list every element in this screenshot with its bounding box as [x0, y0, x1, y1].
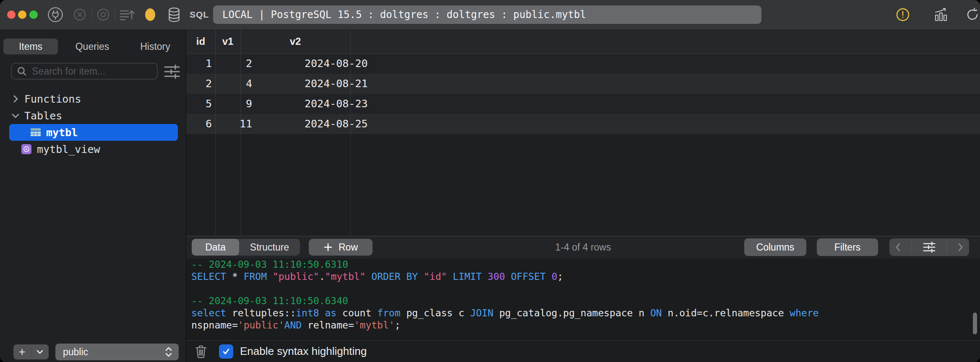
status-dot — [144, 0, 156, 29]
sql-log-line: nspname='public'AND relname='mytbl'; — [186, 319, 980, 331]
tree-label: mytbl_view — [37, 143, 100, 155]
sidebar: Items Queries History Functions — [0, 29, 186, 362]
cell-v2[interactable]: 2024-08-20 — [245, 54, 413, 74]
sql-editor-button[interactable]: SQL — [190, 0, 209, 29]
add-item-chevron-icon[interactable] — [31, 344, 49, 359]
trash-icon[interactable] — [195, 344, 207, 359]
table-panel: id v1 v2 122024-08-20242024-08-21592024-… — [186, 29, 980, 362]
view-eye-icon — [21, 144, 32, 155]
toolbar-separator — [115, 8, 115, 21]
search-filter-icon[interactable] — [163, 64, 181, 80]
minimize-window-button[interactable] — [18, 10, 26, 19]
cell-v2[interactable]: 2024-08-21 — [245, 74, 413, 94]
bottom-bar: Enable syntax highlighting — [186, 340, 980, 362]
sql-log-line: -- 2024-09-03 11:10:50.6340 — [186, 295, 980, 307]
search-icon — [17, 66, 27, 76]
connection-plug-icon[interactable] — [47, 0, 64, 29]
zoom-window-button[interactable] — [29, 10, 38, 19]
chevron-down-icon[interactable] — [12, 111, 19, 120]
page-settings-icon[interactable] — [922, 241, 936, 253]
table-row[interactable]: 242024-08-21 — [186, 74, 980, 94]
sql-log-line — [186, 283, 980, 295]
filters-button[interactable]: Filters — [817, 238, 878, 256]
add-item-split-button[interactable]: + — [13, 344, 49, 359]
sql-log-line: select reltuples::int8 as count from pg_… — [186, 307, 980, 319]
tree-node-tables[interactable]: Tables — [0, 107, 186, 124]
title-bar: SQL LOCAL | PostgreSQL 15.5 : doltgres :… — [0, 0, 980, 30]
tab-queries[interactable]: Queries — [67, 39, 117, 54]
schema-selector[interactable]: public — [55, 344, 179, 360]
refresh-icon[interactable] — [965, 0, 980, 29]
syntax-highlight-checkbox[interactable] — [219, 344, 233, 359]
cell-v2[interactable]: 2024-08-23 — [245, 94, 413, 114]
connection-title-field[interactable]: LOCAL | PostgreSQL 15.5 : doltgres : dol… — [213, 5, 761, 24]
columns-button[interactable]: Columns — [744, 238, 806, 256]
column-divider[interactable] — [350, 29, 351, 236]
page-nav-group — [889, 238, 969, 256]
syntax-highlight-label[interactable]: Enable syntax highlighting — [240, 345, 367, 358]
tree-node-functions[interactable]: Functions — [0, 90, 186, 107]
schema-value: public — [63, 346, 164, 358]
disconnect-icon[interactable] — [72, 0, 87, 29]
prev-page-icon[interactable] — [894, 242, 902, 252]
add-item-plus[interactable]: + — [13, 344, 31, 359]
cell-id[interactable]: 1 — [186, 54, 212, 74]
cell-id[interactable]: 2 — [186, 74, 212, 94]
chevron-right-icon[interactable] — [12, 94, 19, 103]
cell-v2[interactable]: 2024-08-25 — [245, 114, 413, 134]
scrollbar-thumb[interactable] — [973, 313, 977, 334]
tree-label: Tables — [24, 110, 62, 122]
column-divider[interactable] — [215, 29, 216, 236]
warning-icon[interactable] — [895, 0, 910, 29]
sql-log-line: SELECT * FROM "public"."mytbl" ORDER BY … — [186, 271, 980, 283]
next-page-icon[interactable] — [957, 242, 964, 252]
table-row[interactable]: 592024-08-23 — [186, 94, 980, 114]
sql-log: -- 2024-09-03 11:10:50.6310SELECT * FROM… — [186, 259, 980, 340]
tree-item-mytbl[interactable]: mytbl — [9, 124, 178, 141]
toolbar-separator — [91, 8, 92, 21]
tree-label: Functions — [24, 93, 81, 105]
tree-label: mytbl — [46, 127, 78, 139]
column-header-v2[interactable]: v2 — [240, 29, 350, 54]
tab-items[interactable]: Items — [3, 39, 58, 54]
chart-icon[interactable] — [933, 0, 949, 29]
close-window-button[interactable] — [7, 10, 16, 19]
grid-toolbar: Data Structure Row 1-4 of 4 rows Columns… — [186, 236, 980, 259]
column-header-v1[interactable]: v1 — [215, 29, 240, 54]
sql-log-line: -- 2024-09-03 11:10:50.6310 — [186, 259, 980, 271]
database-icon[interactable] — [167, 0, 181, 29]
column-header-id[interactable]: id — [186, 29, 215, 54]
table-row[interactable]: 122024-08-20 — [186, 54, 980, 74]
tree-item-mytbl-view[interactable]: mytbl_view — [0, 141, 186, 158]
item-search[interactable] — [11, 63, 158, 80]
tab-history[interactable]: History — [130, 39, 180, 54]
grid-header: id v1 v2 — [186, 29, 980, 54]
updown-chevron-icon — [164, 346, 173, 358]
query-log-icon[interactable] — [118, 0, 135, 29]
cell-id[interactable]: 5 — [186, 94, 212, 114]
table-grid-icon — [30, 127, 41, 138]
nav-divider — [946, 242, 947, 252]
search-input[interactable] — [31, 65, 157, 78]
column-divider[interactable] — [240, 29, 241, 236]
nav-divider — [912, 242, 912, 252]
watch-eye-icon[interactable] — [96, 0, 111, 29]
cell-id[interactable]: 6 — [186, 114, 212, 134]
table-row[interactable]: 6112024-08-25 — [186, 114, 980, 134]
app-window: SQL LOCAL | PostgreSQL 15.5 : doltgres :… — [0, 0, 980, 362]
